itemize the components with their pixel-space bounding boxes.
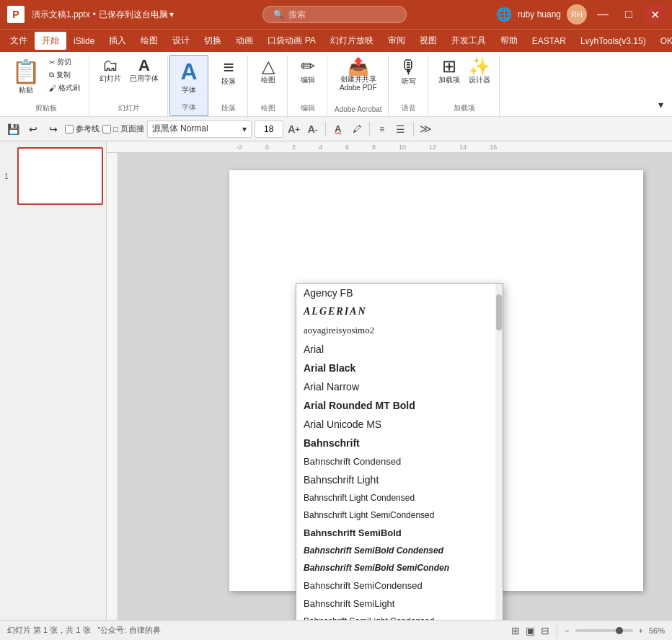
- drawing-button[interactable]: △ 绘图: [255, 56, 281, 87]
- paragraph-button[interactable]: ≡ 段落: [216, 56, 242, 88]
- used-font-button[interactable]: A 已用字体: [127, 56, 162, 85]
- paragraph-label: 段落: [221, 102, 236, 113]
- align-left-button[interactable]: ≡: [374, 121, 390, 137]
- designer-button[interactable]: ✨ 设计器: [466, 56, 493, 87]
- menu-view[interactable]: 视图: [412, 32, 444, 50]
- menu-help[interactable]: 帮助: [493, 32, 525, 50]
- font-item-bahnschrift-light-cond[interactable]: Bahnschrift Light Condensed: [296, 489, 495, 507]
- font-item-bahnschrift-light-semicond[interactable]: Bahnschrift Light SemiCondensed: [296, 507, 495, 524]
- create-share-pdf-button[interactable]: 📤 创建并共享Adobe PDF: [337, 56, 380, 94]
- scrollbar-thumb[interactable]: [496, 294, 502, 330]
- globe-icon[interactable]: 🌐: [496, 6, 512, 22]
- search-input[interactable]: [288, 9, 389, 19]
- menu-developer[interactable]: 开发工具: [444, 32, 493, 50]
- zoom-slider[interactable]: [575, 629, 633, 632]
- zoom-percent[interactable]: 56%: [649, 626, 665, 635]
- font-item-bahnschrift-light[interactable]: Bahnschrift Light: [296, 470, 495, 489]
- drawing-label: 绘图: [261, 102, 275, 113]
- new-slide-label: 幻灯片: [100, 74, 121, 84]
- font-item-bahnschrift[interactable]: Bahnschrift: [296, 434, 495, 452]
- font-selector[interactable]: 源黑体 Normal ▾: [147, 120, 252, 138]
- voice-label: 语音: [402, 102, 416, 113]
- view-normal-button[interactable]: ⊞: [511, 625, 520, 636]
- menu-file[interactable]: 文件: [3, 32, 35, 50]
- view-grid-button[interactable]: ▣: [526, 625, 535, 636]
- minimize-button[interactable]: —: [593, 4, 613, 25]
- font-item-bahnschrift-semilight[interactable]: Bahnschrift SemiLight: [296, 595, 495, 613]
- listen-write-button[interactable]: 🎙 听写: [396, 56, 422, 88]
- slide-thumb-content: ·: [59, 172, 61, 180]
- menu-home[interactable]: 开始: [35, 32, 66, 50]
- menu-transitions[interactable]: 切换: [197, 32, 229, 50]
- status-bar: 幻灯片 第 1 张，共 1 张 "公众号: 自律的鼻 ⊞ ▣ ⊟ − + 56%: [0, 620, 672, 640]
- font-item-arial-rounded[interactable]: Arial Rounded MT Bold: [296, 396, 495, 415]
- font-item-bahnschrift-condensed[interactable]: Bahnschrift Condensed: [296, 452, 495, 470]
- close-button[interactable]: ✕: [645, 4, 665, 25]
- font-item-bahnschrift-semibold[interactable]: Bahnschrift SemiBold: [296, 524, 495, 542]
- font-item-bahnschrift-semibold-cond[interactable]: Bahnschrift SemiBold Condensed: [296, 542, 495, 559]
- font-item-agency-fb[interactable]: Agency FB: [296, 284, 495, 302]
- search-area: 🔍: [174, 6, 496, 23]
- format-painter-icon: 🖌: [49, 84, 56, 92]
- ribbon-group-font: A 字体 字体: [169, 55, 208, 116]
- used-font-icon: A: [138, 58, 150, 74]
- listen-write-label: 听写: [402, 76, 416, 87]
- menu-insert[interactable]: 插入: [102, 32, 133, 50]
- cut-button[interactable]: ✂ 剪切: [46, 56, 83, 68]
- font-item-bahnschrift-semilight-cond[interactable]: Bahnschrift SemiLight Condensed: [296, 613, 495, 620]
- undo-button[interactable]: ↩: [25, 120, 42, 138]
- font-list[interactable]: Agency FB ALGERIAN aoyagireisyosimo2 Ari…: [296, 284, 495, 620]
- font-item-arial[interactable]: Arial: [296, 340, 495, 359]
- menu-review[interactable]: 审阅: [381, 32, 412, 50]
- paragraph-icon: ≡: [223, 58, 234, 76]
- more-toolbar-button[interactable]: ≫: [418, 121, 434, 137]
- menu-okp[interactable]: OKP 11: [653, 33, 672, 49]
- drawing-icon: △: [262, 58, 275, 75]
- menu-draw[interactable]: 绘图: [133, 32, 165, 50]
- highlight-icon: 🖍: [353, 124, 361, 134]
- zoom-minus-button[interactable]: −: [565, 626, 569, 635]
- menu-animations[interactable]: 动画: [229, 32, 260, 50]
- redo-button[interactable]: ↪: [45, 120, 62, 138]
- font-item-bahnschrift-semibold-semicond[interactable]: Bahnschrift SemiBold SemiConden: [296, 559, 495, 577]
- font-item-arial-unicode[interactable]: Arial Unicode MS: [296, 415, 495, 434]
- format-painter-button[interactable]: 🖌 格式刷: [46, 82, 83, 94]
- font-item-aoya[interactable]: aoyagireisyosimo2: [296, 321, 495, 340]
- new-slide-button[interactable]: 🗂 幻灯片: [97, 56, 124, 85]
- menu-lvyhtools[interactable]: LvyhTools(v3.15): [573, 33, 653, 49]
- font-size-input[interactable]: 18: [255, 120, 283, 138]
- font-item-bahnschrift-semicond[interactable]: Bahnschrift SemiCondensed: [296, 577, 495, 595]
- ribbon-group-clipboard: 📋 粘贴 ✂ 剪切 ⧉ 复制 🖌 格式刷 剪贴板: [3, 55, 89, 116]
- add-addin-button[interactable]: ⊞ 加载项: [436, 56, 463, 87]
- font-item-arial-narrow[interactable]: Arial Narrow: [296, 377, 495, 396]
- font-item-arial-black[interactable]: Arial Black: [296, 359, 495, 377]
- scrollbar-track[interactable]: [495, 284, 503, 620]
- search-box[interactable]: 🔍: [262, 6, 407, 23]
- menu-islide[interactable]: iSlide: [66, 33, 102, 49]
- menu-eastar[interactable]: EASTAR: [525, 33, 573, 49]
- paste-button[interactable]: 📋 粘贴: [9, 56, 43, 97]
- slide-thumbnail[interactable]: ·: [17, 147, 103, 205]
- maximize-button[interactable]: □: [619, 4, 639, 25]
- slide-number: 1: [4, 172, 9, 180]
- align-center-button[interactable]: ☰: [393, 121, 409, 137]
- font-color-button[interactable]: A: [330, 121, 346, 137]
- page-edge-checkbox[interactable]: [102, 125, 111, 133]
- menu-slideshow[interactable]: 幻灯片放映: [323, 32, 381, 50]
- clipboard-items: 📋 粘贴 ✂ 剪切 ⧉ 复制 🖌 格式刷: [9, 56, 83, 100]
- save-toolbar-button[interactable]: 💾: [4, 120, 22, 138]
- zoom-plus-button[interactable]: +: [639, 626, 643, 635]
- highlight-button[interactable]: 🖍: [349, 121, 365, 137]
- reference-checkbox[interactable]: [65, 125, 74, 133]
- editing-button[interactable]: ✏ 编辑: [295, 56, 321, 87]
- font-button[interactable]: A 字体: [176, 57, 202, 97]
- toolbar-separator-3: [413, 122, 414, 136]
- menu-pa[interactable]: 口袋动画 PA: [260, 32, 322, 50]
- menu-design[interactable]: 设计: [165, 32, 197, 50]
- view-reading-button[interactable]: ⊟: [541, 625, 549, 636]
- font-item-algerian[interactable]: ALGERIAN: [296, 302, 495, 321]
- ribbon-expand-button[interactable]: ▾: [652, 96, 669, 113]
- font-size-increase-button[interactable]: A+: [286, 121, 302, 137]
- font-size-decrease-button[interactable]: A-: [305, 121, 321, 137]
- copy-button[interactable]: ⧉ 复制: [46, 69, 83, 81]
